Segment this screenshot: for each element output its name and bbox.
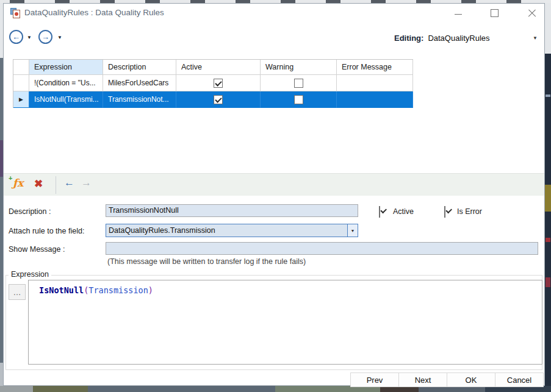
grid-header-expression[interactable]: Expression [29, 60, 103, 75]
is-error-checkbox[interactable] [444, 206, 445, 218]
forward-arrow-icon: → [41, 32, 49, 41]
background-fragment [546, 277, 550, 287]
active-checkbox[interactable] [214, 79, 223, 88]
expression-editor[interactable]: IsNotNull(Transmission) [28, 280, 542, 365]
grid-header-warning[interactable]: Warning [261, 60, 337, 75]
nav-forward-button[interactable]: → [38, 30, 52, 44]
table-row[interactable]: !(Condition = "Us... MilesForUsedCars [13, 75, 413, 91]
chevron-down-icon[interactable]: ▼ [347, 224, 358, 237]
warning-checkbox[interactable] [294, 79, 303, 88]
code-function: IsNotNull [39, 285, 84, 295]
nav-back-button[interactable]: ← [9, 30, 23, 44]
description-label: Description : [9, 207, 51, 216]
window-title: DataQualityRules : Data Quality Rules [24, 4, 164, 22]
next-rule-button[interactable]: → [81, 177, 92, 189]
fx-icon: ƒx [13, 177, 23, 189]
plus-icon: + [9, 174, 12, 182]
expression-cell[interactable]: !(Condition = "Us... [29, 75, 103, 91]
code-paren-close: ) [148, 285, 153, 295]
attach-field-label: Attach rule to the field: [9, 227, 84, 235]
row-selector-cell[interactable] [13, 75, 29, 91]
delete-rule-button[interactable]: ✖ [34, 177, 43, 190]
nav-forward-dropdown[interactable]: ▼ [57, 35, 62, 40]
grid-header-active[interactable]: Active [176, 60, 261, 75]
nav-back-dropdown[interactable]: ▼ [27, 35, 32, 40]
prev-button[interactable]: Prev [350, 372, 399, 387]
editing-value: DataQualityRules [428, 34, 489, 43]
close-button[interactable] [523, 4, 541, 22]
warning-cell[interactable] [261, 75, 337, 91]
maximize-button[interactable] [485, 4, 503, 22]
error-message-cell[interactable] [337, 91, 413, 108]
editing-combobox[interactable]: Editing: DataQualityRules ▼ [394, 31, 541, 45]
chevron-down-icon[interactable]: ▼ [533, 35, 541, 41]
grid-header-description[interactable]: Description [103, 60, 176, 75]
active-cell[interactable] [176, 91, 261, 108]
active-checkbox[interactable] [214, 95, 223, 104]
attach-field-combobox[interactable]: DataQualityRules.Transmission ▼ [106, 224, 358, 237]
app-icon-front-sheet [13, 10, 20, 18]
dialog-button-row: Prev Next OK Cancel [350, 372, 544, 387]
show-message-hint: (This message will be written to transfe… [107, 257, 306, 266]
minimize-icon [455, 14, 462, 15]
next-button[interactable]: Next [398, 372, 447, 387]
description-cell[interactable]: MilesForUsedCars [103, 75, 176, 91]
add-rule-button[interactable]: +ƒx [13, 177, 23, 189]
active-checkbox-label: Active [393, 207, 414, 216]
minimize-button[interactable] [449, 4, 467, 22]
active-cell[interactable] [176, 75, 261, 91]
background-fragment [546, 94, 550, 97]
show-message-label: Show Message : [9, 245, 65, 254]
grid-header-error-message[interactable]: Error Message [337, 60, 413, 75]
active-checkbox[interactable] [379, 206, 380, 218]
show-message-input[interactable] [106, 242, 538, 255]
expression-cell[interactable]: IsNotNull(Transmi... [29, 91, 103, 108]
description-input[interactable]: TransmissionNotNull [106, 204, 358, 217]
background-fragment [546, 238, 550, 242]
expression-builder-button[interactable]: … [9, 284, 26, 300]
toolbar-separator [56, 176, 56, 194]
app-icon [10, 8, 22, 18]
previous-rule-button[interactable]: ← [64, 177, 74, 189]
warning-cell[interactable] [261, 91, 337, 108]
code-argument: Transmission [88, 285, 148, 295]
app-icon-dot [15, 12, 18, 16]
warning-checkbox[interactable] [294, 95, 303, 104]
back-arrow-icon: ← [12, 32, 20, 41]
background-fragment [545, 185, 551, 212]
background-window-right-strip [545, 3, 551, 386]
data-quality-rules-dialog: DataQualityRules : Data Quality Rules ← … [3, 3, 545, 386]
table-row-selected[interactable]: ▶ IsNotNull(Transmi... TransmissionNot..… [13, 91, 413, 108]
maximize-icon [491, 9, 499, 17]
cancel-button[interactable]: Cancel [495, 372, 544, 387]
description-cell[interactable]: TransmissionNot... [103, 91, 176, 108]
rules-grid: Expression Description Active Warning Er… [13, 59, 413, 108]
expression-code-line: IsNotNull(Transmission) [29, 280, 542, 295]
row-selector-cell[interactable]: ▶ [13, 91, 29, 108]
is-error-checkbox-label: Is Error [457, 207, 482, 216]
editing-label: Editing: [394, 34, 423, 43]
ok-button[interactable]: OK [447, 372, 495, 387]
grid-header-row: Expression Description Active Warning Er… [13, 60, 413, 75]
expression-group-label: Expression [9, 270, 51, 279]
error-message-cell[interactable] [337, 75, 413, 91]
rule-toolbar: +ƒx ✖ ← → [4, 173, 544, 196]
grid-header-selector [13, 60, 29, 75]
row-selector-icon: ▶ [19, 96, 23, 102]
attach-field-value: DataQualityRules.Transmission [106, 224, 347, 237]
